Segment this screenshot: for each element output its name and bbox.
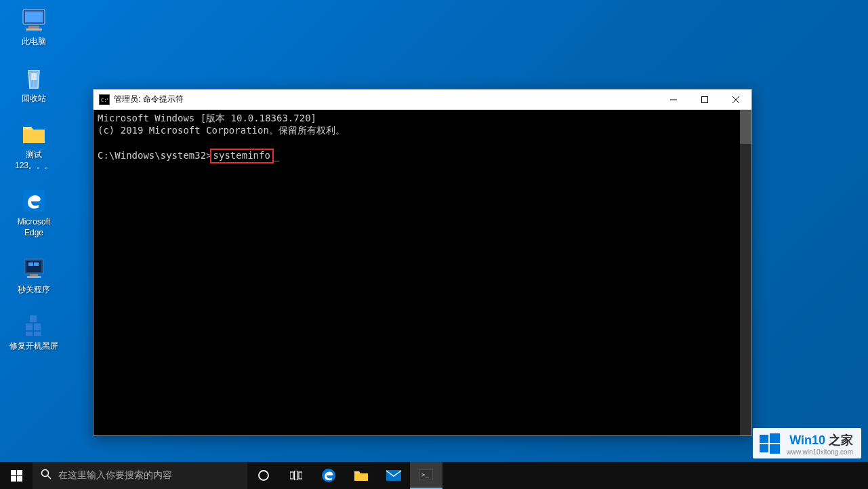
- desktop-icon-shutdown[interactable]: 秒关程序: [7, 254, 61, 296]
- svg-rect-15: [26, 332, 33, 336]
- svg-rect-11: [27, 276, 41, 278]
- svg-rect-37: [354, 473, 368, 481]
- svg-rect-8: [28, 262, 33, 266]
- svg-rect-26: [11, 470, 16, 475]
- maximize-button[interactable]: [689, 90, 720, 109]
- cmd-prompt: C:\Windows\system32>: [98, 150, 212, 161]
- cmd-output-line: Microsoft Windows [版本 10.0.18363.720]: [98, 113, 316, 123]
- task-view-button[interactable]: [280, 462, 312, 489]
- desktop-icon-label: 秒关程序: [18, 285, 50, 296]
- svg-rect-34: [295, 471, 298, 480]
- svg-rect-13: [34, 324, 41, 330]
- taskbar: 在这里输入你要搜索的内容 >_: [0, 462, 868, 489]
- search-placeholder: 在这里输入你要搜索的内容: [58, 469, 172, 482]
- svg-rect-14: [30, 315, 37, 322]
- svg-rect-10: [30, 274, 38, 276]
- watermark: Win10 之家 www.win10xitong.com: [753, 428, 861, 458]
- svg-rect-19: [702, 96, 708, 102]
- taskbar-edge[interactable]: [312, 462, 345, 489]
- svg-rect-2: [28, 26, 39, 28]
- recycle-bin-icon: [19, 62, 49, 92]
- cmd-command-text: systeminfo: [213, 150, 270, 161]
- svg-rect-35: [299, 472, 302, 479]
- svg-rect-9: [34, 262, 39, 266]
- cmd-icon: C:\: [99, 94, 110, 105]
- svg-rect-1: [25, 12, 43, 22]
- desktop-icon-repair[interactable]: 修复开机黑屏: [7, 310, 61, 352]
- svg-point-30: [42, 470, 49, 477]
- desktop-icon-label: Microsoft Edge: [8, 217, 60, 238]
- cmd-taskbar-icon: >_: [419, 469, 433, 480]
- cmd-scrollbar[interactable]: [740, 110, 751, 435]
- folder-icon: [19, 119, 49, 149]
- edge-icon: [321, 467, 337, 484]
- start-button[interactable]: [0, 462, 33, 489]
- svg-text:>_: >_: [421, 471, 429, 478]
- mail-icon: [386, 469, 402, 482]
- svg-rect-33: [290, 472, 293, 479]
- shutdown-app-icon: [19, 254, 49, 283]
- windows-logo-icon: [11, 470, 22, 482]
- svg-rect-16: [34, 332, 41, 336]
- task-view-icon: [290, 471, 302, 480]
- svg-rect-38: [386, 470, 401, 481]
- desktop-icon-label: 回收站: [22, 94, 46, 104]
- cortana-icon: [257, 469, 270, 482]
- svg-line-31: [48, 476, 51, 480]
- svg-rect-25: [770, 444, 780, 454]
- taskbar-cmd[interactable]: >_: [410, 462, 442, 489]
- cmd-titlebar[interactable]: C:\ 管理员: 命令提示符: [94, 90, 751, 110]
- highlighted-command: systeminfo: [210, 149, 274, 164]
- svg-rect-27: [17, 470, 22, 475]
- svg-rect-23: [770, 433, 780, 443]
- svg-point-32: [259, 471, 268, 480]
- desktop-icon-this-pc[interactable]: 此电脑: [7, 5, 61, 47]
- svg-rect-24: [760, 444, 768, 452]
- taskbar-search-box[interactable]: 在这里输入你要搜索的内容: [33, 462, 247, 489]
- svg-rect-12: [26, 324, 33, 330]
- desktop-icon-folder[interactable]: 测试123。。。: [7, 119, 61, 171]
- watermark-url: www.win10xitong.com: [787, 448, 853, 456]
- svg-rect-22: [760, 435, 768, 443]
- cmd-body[interactable]: Microsoft Windows [版本 10.0.18363.720] (c…: [94, 110, 751, 435]
- desktop-icon-label: 修复开机黑屏: [9, 341, 58, 352]
- desktop-icon-recycle-bin[interactable]: 回收站: [7, 62, 61, 104]
- desktop-icon-label: 测试123。。。: [8, 150, 60, 171]
- close-button[interactable]: [720, 90, 751, 109]
- svg-rect-29: [17, 476, 22, 482]
- taskbar-explorer[interactable]: [345, 462, 377, 489]
- taskbar-mail[interactable]: [377, 462, 410, 489]
- this-pc-icon: [19, 5, 49, 35]
- cortana-button[interactable]: [247, 462, 280, 489]
- svg-rect-4: [31, 73, 37, 80]
- watermark-logo-icon: [758, 432, 781, 458]
- cmd-title-text: 管理员: 命令提示符: [114, 94, 658, 105]
- desktop-icon-edge[interactable]: Microsoft Edge: [7, 186, 61, 238]
- watermark-title: Win10 之家: [789, 432, 853, 448]
- cmd-window[interactable]: C:\ 管理员: 命令提示符 Microsoft Windows [版本 10.…: [93, 89, 752, 436]
- cmd-output-line: (c) 2019 Microsoft Corporation。保留所有权利。: [98, 125, 345, 136]
- svg-rect-3: [26, 28, 42, 31]
- search-icon: [41, 469, 51, 482]
- repair-app-icon: [19, 310, 49, 340]
- desktop-icons-column: 此电脑 回收站 测试123。。。 Microsoft Edge: [7, 5, 61, 367]
- svg-rect-28: [11, 476, 16, 482]
- scrollbar-thumb[interactable]: [740, 110, 751, 144]
- folder-icon: [354, 469, 369, 482]
- desktop-icon-label: 此电脑: [22, 37, 46, 47]
- minimize-button[interactable]: [658, 90, 689, 109]
- window-controls: [658, 90, 751, 109]
- cmd-cursor: _: [274, 150, 279, 162]
- edge-icon: [19, 186, 49, 216]
- svg-text:C:\: C:\: [101, 98, 108, 102]
